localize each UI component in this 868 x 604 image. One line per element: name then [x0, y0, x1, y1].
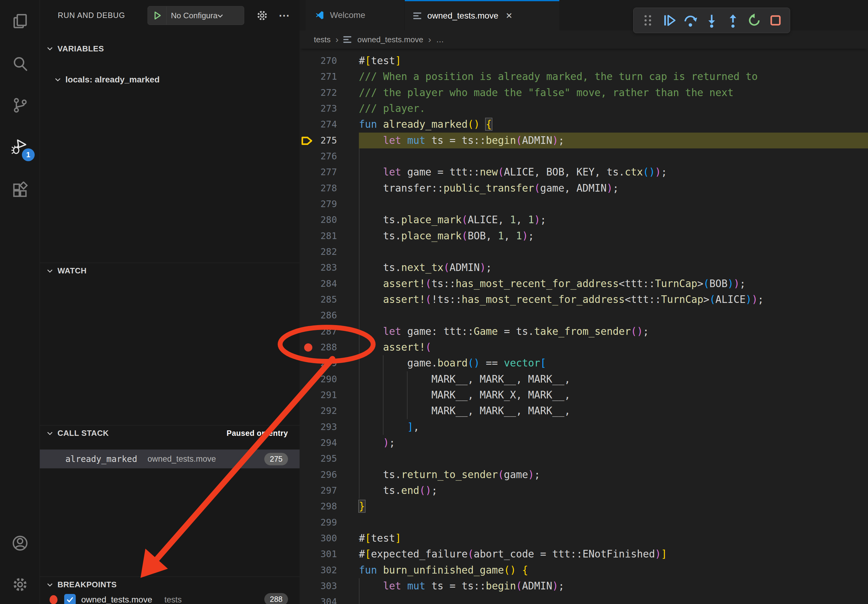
debug-settings-button[interactable] — [254, 8, 270, 23]
code-line[interactable]: 285 assert!(!ts::has_most_recent_for_add… — [299, 292, 868, 307]
code-line[interactable]: 280 ts.place_mark(ALICE, 1, 1); — [299, 212, 868, 228]
code-line[interactable]: 277 let game = ttt::new(ALICE, BOB, KEY,… — [299, 164, 868, 180]
line-number[interactable]: 283 — [299, 260, 337, 276]
variables-scope-row[interactable]: locals: already_marked — [53, 72, 160, 88]
code-line[interactable]: 295 — [299, 451, 868, 466]
tab-owned-tests[interactable]: owned_tests.move ✕ — [405, 0, 559, 30]
continue-button[interactable] — [660, 12, 678, 29]
line-number[interactable]: 304 — [299, 594, 337, 604]
line-number[interactable]: 297 — [299, 483, 337, 499]
line-number[interactable]: 291 — [299, 387, 337, 403]
code-line[interactable]: 279 — [299, 196, 868, 212]
code-line[interactable]: 287 let game: ttt::Game = ts.take_from_s… — [299, 324, 868, 339]
code-line[interactable]: 291 MARK__, MARK_X, MARK__, — [299, 387, 868, 403]
activity-extensions[interactable] — [0, 172, 40, 209]
breadcrumb-item-file[interactable]: owned_tests.move — [357, 35, 423, 44]
line-number[interactable]: 270 — [299, 53, 337, 69]
line-number[interactable]: 280 — [299, 212, 337, 228]
code-line[interactable]: 286 — [299, 307, 868, 323]
line-number[interactable]: 287 — [299, 324, 337, 339]
line-number[interactable]: 281 — [299, 228, 337, 244]
breakpoint-list-item[interactable]: owned_tests.move tests 288 — [40, 592, 299, 604]
code-line[interactable]: 293 ], — [299, 419, 868, 435]
line-number[interactable]: 295 — [299, 451, 337, 466]
activity-source-control[interactable] — [0, 87, 40, 124]
stop-button[interactable] — [767, 12, 784, 29]
line-number[interactable]: 293 — [299, 419, 337, 435]
line-number[interactable]: 271 — [299, 69, 337, 85]
code-line[interactable]: 301#[expected_failure(abort_code = ttt::… — [299, 546, 868, 562]
line-number[interactable]: 290 — [299, 371, 337, 387]
line-number[interactable]: 279 — [299, 196, 337, 212]
restart-button[interactable] — [746, 12, 763, 29]
line-number[interactable]: 289 — [299, 355, 337, 371]
code-line[interactable]: 281 ts.place_mark(BOB, 1, 1); — [299, 228, 868, 244]
code-line[interactable]: 292 MARK__, MARK__, MARK__, — [299, 403, 868, 419]
line-number[interactable]: 273 — [299, 101, 337, 116]
code-line[interactable]: 289 game.board() == vector[ — [299, 355, 868, 371]
line-number[interactable]: 275 — [299, 133, 337, 149]
line-number[interactable]: 302 — [299, 562, 337, 578]
line-number[interactable]: 301 — [299, 546, 337, 562]
code-line[interactable]: 302fun burn_unfinished_game() { — [299, 562, 868, 578]
code-line[interactable]: 271/// When a position is already marked… — [299, 69, 868, 85]
line-number[interactable]: 282 — [299, 244, 337, 260]
breakpoints-section-header[interactable]: BREAKPOINTS — [40, 577, 299, 592]
step-out-button[interactable] — [724, 12, 742, 29]
code-line[interactable]: 276 — [299, 149, 868, 164]
step-over-button[interactable] — [682, 12, 699, 29]
line-number[interactable]: 299 — [299, 514, 337, 530]
line-number[interactable]: 294 — [299, 435, 337, 451]
line-number[interactable]: 303 — [299, 578, 337, 594]
close-icon[interactable]: ✕ — [505, 11, 513, 21]
toolbar-drag-handle[interactable] — [639, 12, 657, 29]
code-line[interactable]: 303 let mut ts = ts::begin(ADMIN); — [299, 578, 868, 594]
call-stack-section-header[interactable]: CALL STACK Paused on entry — [40, 425, 299, 441]
code-line[interactable]: 275 let mut ts = ts::begin(ADMIN); — [299, 133, 868, 149]
code-line[interactable]: 297 ts.end(); — [299, 483, 868, 499]
start-debug-button[interactable] — [148, 6, 167, 25]
breakpoint-checkbox[interactable] — [64, 594, 76, 604]
breadcrumb-item-symbol[interactable]: … — [436, 35, 444, 44]
line-number[interactable]: 298 — [299, 499, 337, 514]
code-line[interactable]: 274fun already_marked() { — [299, 116, 868, 132]
code-line[interactable]: 294 ); — [299, 435, 868, 451]
activity-search[interactable] — [0, 46, 40, 82]
tab-welcome[interactable]: Welcome — [306, 0, 404, 30]
code-line[interactable]: 290 MARK__, MARK__, MARK__, — [299, 371, 868, 387]
breadcrumb-item-tests[interactable]: tests — [314, 35, 330, 44]
activity-account[interactable] — [0, 525, 40, 561]
line-number[interactable]: 296 — [299, 467, 337, 483]
line-number[interactable]: 277 — [299, 164, 337, 180]
activity-explorer[interactable] — [0, 3, 40, 40]
code-line[interactable]: 273/// player. — [299, 101, 868, 116]
line-number[interactable]: 278 — [299, 180, 337, 196]
line-number[interactable]: 285 — [299, 292, 337, 307]
more-actions-button[interactable]: ⋯ — [276, 8, 292, 23]
line-number[interactable]: 292 — [299, 403, 337, 419]
line-number[interactable]: 300 — [299, 530, 337, 546]
line-number[interactable]: 274 — [299, 116, 337, 132]
code-line[interactable]: 300#[test] — [299, 530, 868, 546]
code-line[interactable]: 283 ts.next_tx(ADMIN); — [299, 260, 868, 276]
code-line[interactable]: 296 ts.return_to_sender(game); — [299, 467, 868, 483]
line-number[interactable]: 272 — [299, 85, 337, 101]
line-number[interactable]: 276 — [299, 149, 337, 164]
debug-config-dropdown[interactable]: No Configura — [147, 6, 244, 25]
watch-section-header[interactable]: WATCH — [40, 263, 299, 279]
code-line[interactable]: 298} — [299, 499, 868, 514]
code-line[interactable]: 270#[test] — [299, 53, 868, 69]
code-line[interactable]: 278 transfer::public_transfer(game, ADMI… — [299, 180, 868, 196]
activity-run-and-debug[interactable]: 1 — [0, 130, 40, 166]
code-line[interactable]: 299 — [299, 514, 868, 530]
line-number[interactable]: 286 — [299, 307, 337, 323]
line-number[interactable]: 288 — [299, 339, 337, 355]
step-into-button[interactable] — [703, 12, 721, 29]
line-number[interactable]: 284 — [299, 276, 337, 292]
code-line[interactable]: 304 — [299, 594, 868, 604]
code-line[interactable]: 282 — [299, 244, 868, 260]
activity-settings[interactable] — [0, 566, 40, 603]
variables-section-header[interactable]: VARIABLES — [40, 41, 299, 57]
code-editor[interactable]: 270#[test]271/// When a position is alre… — [299, 49, 868, 604]
code-line[interactable]: 272/// the player who made the "false" m… — [299, 85, 868, 101]
